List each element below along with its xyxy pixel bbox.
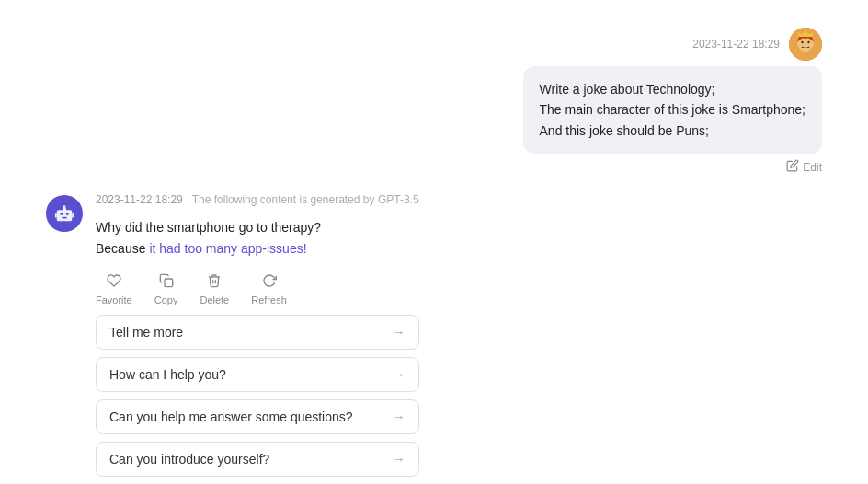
favorite-icon <box>107 273 121 292</box>
edit-label: Edit <box>803 161 822 174</box>
user-avatar <box>789 28 822 61</box>
svg-rect-6 <box>66 213 69 215</box>
refresh-button[interactable]: Refresh <box>251 273 287 305</box>
bot-line-2: Because it had too many app-issues! <box>96 238 419 259</box>
user-bubble: Write a joke about Technology; The main … <box>523 66 822 154</box>
refresh-icon <box>262 273 277 292</box>
edit-icon <box>786 159 799 175</box>
refresh-label: Refresh <box>251 294 287 305</box>
suggestion-text-1: How can I help you? <box>109 367 226 382</box>
suggestion-text-2: Can you help me answer some questions? <box>109 409 353 424</box>
arrow-icon-0: → <box>393 325 405 340</box>
svg-rect-11 <box>72 213 74 218</box>
delete-icon <box>207 273 222 292</box>
bot-bubble: Why did the smartphone go to therapy? Be… <box>96 215 419 260</box>
bot-meta: 2023-11-22 18:29 The following content i… <box>96 193 419 206</box>
delete-label: Delete <box>200 294 229 305</box>
user-message-block: 2023-11-22 18:29 <box>18 28 850 175</box>
arrow-icon-1: → <box>393 367 405 382</box>
user-timestamp: 2023-11-22 18:29 <box>692 38 780 51</box>
svg-point-9 <box>63 205 66 208</box>
user-line-3: And this joke should be Puns; <box>540 121 805 141</box>
bot-message-block: 2023-11-22 18:29 The following content i… <box>18 193 850 477</box>
bot-content: 2023-11-22 18:29 The following content i… <box>96 193 419 477</box>
svg-rect-10 <box>55 213 57 218</box>
suggestion-tell-more[interactable]: Tell me more → <box>96 315 419 350</box>
suggestion-how-help[interactable]: How can I help you? → <box>96 357 419 392</box>
suggestion-text-0: Tell me more <box>109 325 183 340</box>
favorite-label: Favorite <box>96 294 132 305</box>
svg-point-2 <box>801 41 803 43</box>
action-bar: Favorite Copy <box>96 273 419 305</box>
suggestion-answer-questions[interactable]: Can you help me answer some questions? → <box>96 399 419 434</box>
svg-point-3 <box>807 41 809 43</box>
favorite-button[interactable]: Favorite <box>96 273 132 305</box>
chat-container: 2023-11-22 18:29 <box>0 18 868 484</box>
copy-icon <box>159 273 174 292</box>
delete-button[interactable]: Delete <box>200 273 229 305</box>
bot-line-1: Why did the smartphone go to therapy? <box>96 217 419 237</box>
copy-button[interactable]: Copy <box>154 273 178 305</box>
edit-button[interactable]: Edit <box>786 159 822 175</box>
suggestions-list: Tell me more → How can I help you? → Can… <box>96 315 419 477</box>
arrow-icon-3: → <box>393 452 405 467</box>
user-line-2: The main character of this joke is Smart… <box>540 99 805 120</box>
bot-model-label: The following content is generated by GP… <box>192 193 419 206</box>
suggestion-text-3: Can you introduce yourself? <box>109 452 269 467</box>
suggestion-introduce[interactable]: Can you introduce yourself? → <box>96 442 419 477</box>
user-line-1: Write a joke about Technology; <box>540 79 805 99</box>
svg-rect-8 <box>63 208 66 212</box>
svg-rect-4 <box>57 211 73 222</box>
arrow-icon-2: → <box>393 409 405 424</box>
bot-timestamp: 2023-11-22 18:29 <box>96 193 183 206</box>
bot-avatar <box>46 195 83 232</box>
svg-rect-5 <box>60 213 63 215</box>
svg-rect-12 <box>165 279 173 287</box>
svg-rect-7 <box>62 217 67 219</box>
user-meta: 2023-11-22 18:29 <box>692 28 822 61</box>
copy-label: Copy <box>154 294 178 305</box>
